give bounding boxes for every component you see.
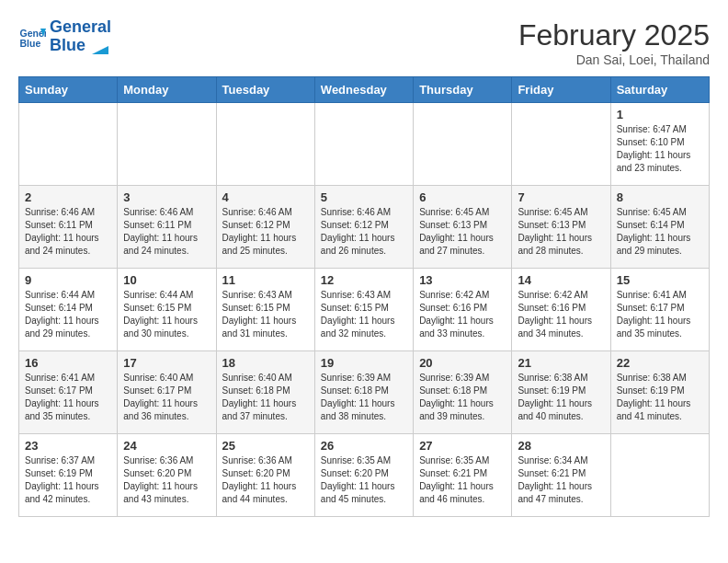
- page-header: General Blue General Blue February 2025 …: [18, 18, 710, 67]
- day-info: Sunrise: 6:43 AM Sunset: 6:15 PM Dayligh…: [321, 289, 407, 340]
- calendar-cell: 5Sunrise: 6:46 AM Sunset: 6:12 PM Daylig…: [314, 186, 413, 269]
- day-info: Sunrise: 6:38 AM Sunset: 6:19 PM Dayligh…: [617, 372, 703, 423]
- calendar-cell: 20Sunrise: 6:39 AM Sunset: 6:18 PM Dayli…: [414, 351, 512, 434]
- location-title: Dan Sai, Loei, Thailand: [518, 52, 710, 67]
- day-info: Sunrise: 6:40 AM Sunset: 6:18 PM Dayligh…: [222, 372, 309, 423]
- calendar-cell: 21Sunrise: 6:38 AM Sunset: 6:19 PM Dayli…: [512, 351, 610, 434]
- calendar-cell: 28Sunrise: 6:34 AM Sunset: 6:21 PM Dayli…: [512, 434, 610, 517]
- day-info: Sunrise: 6:35 AM Sunset: 6:21 PM Dayligh…: [419, 454, 506, 506]
- day-info: Sunrise: 6:43 AM Sunset: 6:15 PM Dayligh…: [222, 289, 309, 340]
- day-info: Sunrise: 6:39 AM Sunset: 6:18 PM Dayligh…: [419, 372, 506, 423]
- day-number: 5: [321, 190, 407, 204]
- day-info: Sunrise: 6:40 AM Sunset: 6:17 PM Dayligh…: [123, 372, 210, 423]
- weekday-header-tuesday: Tuesday: [216, 77, 314, 103]
- day-info: Sunrise: 6:46 AM Sunset: 6:12 PM Dayligh…: [222, 206, 309, 258]
- day-number: 12: [321, 273, 407, 287]
- calendar-cell: 27Sunrise: 6:35 AM Sunset: 6:21 PM Dayli…: [414, 434, 512, 517]
- day-info: Sunrise: 6:45 AM Sunset: 6:13 PM Dayligh…: [419, 206, 506, 258]
- calendar-cell: 9Sunrise: 6:44 AM Sunset: 6:14 PM Daylig…: [19, 269, 118, 351]
- logo-general: General: [50, 18, 111, 37]
- day-info: Sunrise: 6:44 AM Sunset: 6:14 PM Dayligh…: [25, 289, 111, 340]
- day-number: 1: [617, 108, 703, 121]
- calendar-cell: 24Sunrise: 6:36 AM Sunset: 6:20 PM Dayli…: [118, 434, 216, 517]
- day-number: 6: [419, 190, 506, 204]
- day-info: Sunrise: 6:47 AM Sunset: 6:10 PM Dayligh…: [617, 123, 703, 175]
- day-number: 18: [222, 356, 309, 370]
- weekday-header-sunday: Sunday: [19, 77, 118, 103]
- day-number: 2: [25, 190, 111, 204]
- calendar-cell: 14Sunrise: 6:42 AM Sunset: 6:16 PM Dayli…: [512, 269, 610, 351]
- day-number: 25: [222, 439, 309, 453]
- day-number: 3: [123, 190, 210, 204]
- calendar-cell: 22Sunrise: 6:38 AM Sunset: 6:19 PM Dayli…: [610, 351, 709, 434]
- weekday-header-wednesday: Wednesday: [314, 77, 413, 103]
- calendar-cell: 7Sunrise: 6:45 AM Sunset: 6:13 PM Daylig…: [512, 186, 610, 269]
- day-info: Sunrise: 6:36 AM Sunset: 6:20 PM Dayligh…: [123, 454, 210, 506]
- day-info: Sunrise: 6:42 AM Sunset: 6:16 PM Dayligh…: [518, 289, 604, 340]
- day-info: Sunrise: 6:45 AM Sunset: 6:14 PM Dayligh…: [617, 206, 703, 258]
- day-number: 23: [25, 439, 111, 453]
- svg-text:Blue: Blue: [20, 37, 41, 48]
- day-number: 16: [25, 356, 111, 370]
- day-info: Sunrise: 6:37 AM Sunset: 6:19 PM Dayligh…: [25, 454, 111, 506]
- day-info: Sunrise: 6:38 AM Sunset: 6:19 PM Dayligh…: [518, 372, 604, 423]
- weekday-header-saturday: Saturday: [610, 77, 709, 103]
- day-number: 22: [617, 356, 703, 370]
- day-number: 11: [222, 273, 309, 287]
- calendar-cell: 1Sunrise: 6:47 AM Sunset: 6:10 PM Daylig…: [610, 103, 709, 186]
- svg-marker-3: [92, 46, 108, 54]
- day-number: 28: [518, 439, 604, 453]
- calendar-cell: 12Sunrise: 6:43 AM Sunset: 6:15 PM Dayli…: [314, 269, 413, 351]
- calendar-header-row: SundayMondayTuesdayWednesdayThursdayFrid…: [19, 77, 710, 103]
- calendar-cell: 11Sunrise: 6:43 AM Sunset: 6:15 PM Dayli…: [216, 269, 314, 351]
- title-block: February 2025 Dan Sai, Loei, Thailand: [518, 18, 710, 67]
- day-info: Sunrise: 6:46 AM Sunset: 6:12 PM Dayligh…: [321, 206, 407, 258]
- day-number: 8: [617, 190, 703, 204]
- calendar-cell: 3Sunrise: 6:46 AM Sunset: 6:11 PM Daylig…: [118, 186, 216, 269]
- day-info: Sunrise: 6:41 AM Sunset: 6:17 PM Dayligh…: [25, 372, 111, 423]
- day-number: 24: [123, 439, 210, 453]
- day-number: 10: [123, 273, 210, 287]
- day-number: 13: [419, 273, 506, 287]
- calendar-cell: 16Sunrise: 6:41 AM Sunset: 6:17 PM Dayli…: [19, 351, 118, 434]
- calendar-cell: [414, 103, 512, 186]
- day-number: 19: [321, 356, 407, 370]
- calendar-week-2: 2Sunrise: 6:46 AM Sunset: 6:11 PM Daylig…: [19, 186, 710, 269]
- day-info: Sunrise: 6:46 AM Sunset: 6:11 PM Dayligh…: [123, 206, 210, 258]
- day-info: Sunrise: 6:35 AM Sunset: 6:20 PM Dayligh…: [321, 454, 407, 506]
- calendar-week-5: 23Sunrise: 6:37 AM Sunset: 6:19 PM Dayli…: [19, 434, 710, 517]
- calendar-cell: 6Sunrise: 6:45 AM Sunset: 6:13 PM Daylig…: [414, 186, 512, 269]
- day-number: 4: [222, 190, 309, 204]
- calendar-cell: [610, 434, 709, 517]
- calendar-cell: [314, 103, 413, 186]
- day-number: 14: [518, 273, 604, 287]
- calendar-week-4: 16Sunrise: 6:41 AM Sunset: 6:17 PM Dayli…: [19, 351, 710, 434]
- day-number: 17: [123, 356, 210, 370]
- day-number: 26: [321, 439, 407, 453]
- calendar-cell: 10Sunrise: 6:44 AM Sunset: 6:15 PM Dayli…: [118, 269, 216, 351]
- day-info: Sunrise: 6:46 AM Sunset: 6:11 PM Dayligh…: [25, 206, 111, 258]
- calendar-cell: [512, 103, 610, 186]
- day-number: 9: [25, 273, 111, 287]
- calendar-cell: 4Sunrise: 6:46 AM Sunset: 6:12 PM Daylig…: [216, 186, 314, 269]
- day-number: 7: [518, 190, 604, 204]
- day-number: 15: [617, 273, 703, 287]
- weekday-header-monday: Monday: [118, 77, 216, 103]
- weekday-header-friday: Friday: [512, 77, 610, 103]
- calendar-cell: 19Sunrise: 6:39 AM Sunset: 6:18 PM Dayli…: [314, 351, 413, 434]
- month-title: February 2025: [518, 18, 710, 52]
- calendar-cell: 23Sunrise: 6:37 AM Sunset: 6:19 PM Dayli…: [19, 434, 118, 517]
- day-info: Sunrise: 6:39 AM Sunset: 6:18 PM Dayligh…: [321, 372, 407, 423]
- calendar-cell: 25Sunrise: 6:36 AM Sunset: 6:20 PM Dayli…: [216, 434, 314, 517]
- calendar-cell: [19, 103, 118, 186]
- day-info: Sunrise: 6:36 AM Sunset: 6:20 PM Dayligh…: [222, 454, 309, 506]
- calendar-week-1: 1Sunrise: 6:47 AM Sunset: 6:10 PM Daylig…: [19, 103, 710, 186]
- calendar-cell: 26Sunrise: 6:35 AM Sunset: 6:20 PM Dayli…: [314, 434, 413, 517]
- calendar-week-3: 9Sunrise: 6:44 AM Sunset: 6:14 PM Daylig…: [19, 269, 710, 351]
- logo-blue: Blue: [50, 37, 111, 55]
- calendar-cell: 15Sunrise: 6:41 AM Sunset: 6:17 PM Dayli…: [610, 269, 709, 351]
- logo-triangle-icon: [92, 38, 108, 54]
- day-info: Sunrise: 6:34 AM Sunset: 6:21 PM Dayligh…: [518, 454, 604, 506]
- day-info: Sunrise: 6:44 AM Sunset: 6:15 PM Dayligh…: [123, 289, 210, 340]
- day-number: 27: [419, 439, 506, 453]
